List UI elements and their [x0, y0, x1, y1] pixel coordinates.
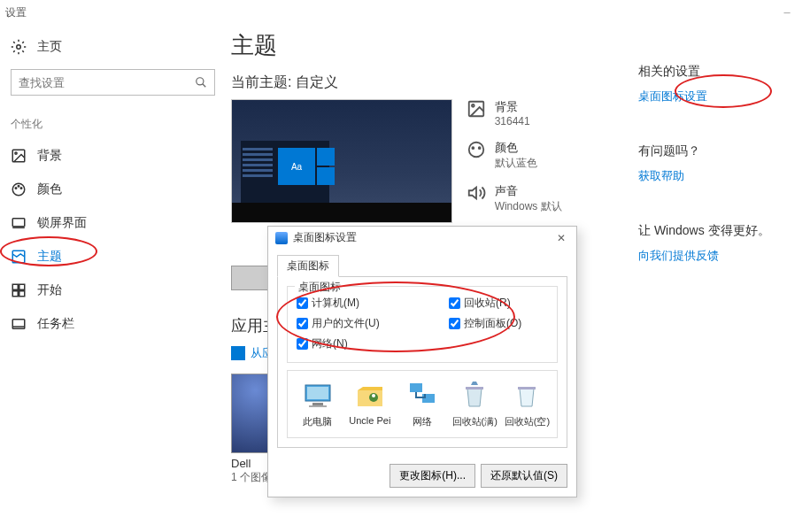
svg-line-2 — [203, 84, 206, 88]
dialog-icon — [275, 232, 288, 244]
svg-point-21 — [472, 147, 474, 149]
meta-sound[interactable]: 声音Windows 默认 — [467, 183, 562, 214]
sidebar-item-label: 主题 — [37, 249, 62, 265]
sidebar-item-background[interactable]: 背景 — [0, 139, 226, 173]
feedback-link[interactable]: 向我们提供反馈 — [638, 248, 796, 264]
theme-preview[interactable]: Aa — [231, 99, 452, 223]
sidebar-item-label: 开始 — [37, 282, 62, 298]
icon-preview-list: 此电脑 Uncle Pei 网络 回收站(满) 回收站(空) — [287, 370, 558, 438]
svg-point-30 — [372, 394, 375, 397]
home-label: 主页 — [37, 39, 62, 55]
tab-desktop-icons[interactable]: 桌面图标 — [277, 255, 339, 277]
sound-icon — [467, 183, 486, 203]
sidebar-item-start[interactable]: 开始 — [0, 274, 226, 307]
improve-header: 让 Windows 变得更好。 — [638, 223, 796, 239]
meta-background[interactable]: 背景316441 — [467, 99, 562, 127]
sidebar-item-label: 任务栏 — [37, 316, 74, 332]
svg-point-7 — [18, 186, 19, 188]
start-icon — [11, 282, 27, 298]
check-network[interactable]: 网络(N) — [297, 336, 396, 351]
taskbar-icon — [11, 316, 27, 332]
svg-marker-23 — [468, 188, 475, 199]
svg-rect-15 — [19, 291, 25, 297]
svg-point-4 — [15, 152, 17, 154]
icon-item-bin-full[interactable]: 回收站(满) — [451, 380, 499, 428]
svg-point-8 — [20, 188, 22, 189]
svg-rect-25 — [307, 387, 328, 399]
sidebar-section-label: 个性化 — [0, 104, 226, 139]
palette-icon — [11, 181, 27, 197]
icon-item-network[interactable]: 网络 — [397, 380, 446, 428]
dialog-titlebar[interactable]: 桌面图标设置 ✕ — [268, 227, 576, 249]
svg-point-0 — [17, 45, 21, 50]
check-computer[interactable]: 计算机(M) — [297, 296, 396, 311]
svg-rect-33 — [466, 387, 483, 389]
right-column: 相关的设置 桌面图标设置 有问题吗？ 获取帮助 让 Windows 变得更好。 … — [633, 25, 810, 532]
search-input[interactable] — [19, 76, 195, 89]
window-title: 设置 — [5, 5, 27, 20]
close-icon[interactable]: ✕ — [553, 232, 569, 244]
icon-item-this-pc[interactable]: 此电脑 — [293, 380, 342, 428]
svg-rect-27 — [309, 405, 327, 407]
sidebar-item-taskbar[interactable]: 任务栏 — [0, 307, 226, 341]
help-link[interactable]: 获取帮助 — [638, 168, 796, 184]
search-field[interactable] — [11, 69, 215, 96]
icon-item-user[interactable]: Uncle Pei — [345, 380, 394, 428]
theme-icon — [11, 249, 27, 265]
svg-rect-9 — [12, 219, 25, 227]
dialog-title: 桌面图标设置 — [293, 230, 357, 245]
palette-icon — [467, 140, 486, 159]
meta-color[interactable]: 颜色默认蓝色 — [467, 140, 562, 171]
svg-rect-13 — [19, 284, 25, 289]
window-titlebar: 设置 ─ — [0, 0, 810, 25]
search-icon — [195, 76, 207, 89]
store-icon — [231, 346, 245, 360]
svg-rect-34 — [518, 387, 536, 389]
sidebar-item-theme[interactable]: 主题 — [0, 240, 226, 274]
svg-rect-31 — [410, 383, 422, 392]
minimize-button[interactable]: ─ — [769, 8, 805, 18]
svg-rect-11 — [12, 251, 25, 263]
home-button[interactable]: 主页 — [0, 34, 226, 60]
check-controlpanel[interactable]: 控制面板(O) — [449, 316, 548, 331]
groupbox-legend: 桌面图标 — [295, 280, 344, 295]
svg-rect-12 — [12, 284, 18, 289]
icon-item-bin-empty[interactable]: 回收站(空) — [503, 380, 552, 428]
lock-icon — [11, 215, 27, 231]
desktop-icons-group: 桌面图标 计算机(M) 用户的文件(U) 网络(N) 回收站(R) 控制面板(O… — [287, 286, 558, 363]
settings-sidebar: 主页 个性化 背景 颜色 锁屏界面 主题 开始 — [0, 25, 226, 532]
desktop-icons-link[interactable]: 桌面图标设置 — [638, 89, 796, 104]
svg-point-6 — [15, 188, 17, 189]
picture-icon — [467, 99, 486, 119]
sidebar-item-color[interactable]: 颜色 — [0, 173, 226, 206]
page-title: 主题 — [231, 30, 606, 61]
image-icon — [11, 148, 27, 164]
svg-rect-14 — [12, 291, 18, 297]
sidebar-item-label: 锁屏界面 — [37, 215, 87, 231]
check-recycle[interactable]: 回收站(R) — [449, 296, 548, 311]
preview-tile-text: Aa — [278, 148, 315, 185]
related-settings-header: 相关的设置 — [638, 64, 796, 80]
restore-defaults-button[interactable]: 还原默认值(S) — [481, 464, 567, 488]
sidebar-item-label: 颜色 — [37, 181, 62, 197]
question-header: 有问题吗？ — [638, 143, 796, 159]
sidebar-item-lockscreen[interactable]: 锁屏界面 — [0, 206, 226, 240]
svg-point-22 — [478, 147, 480, 149]
current-theme-label: 当前主题: 自定义 — [231, 73, 606, 92]
sidebar-item-label: 背景 — [37, 148, 62, 164]
svg-point-19 — [472, 104, 474, 107]
gear-icon — [11, 39, 27, 55]
desktop-icons-dialog: 桌面图标设置 ✕ 桌面图标 桌面图标 计算机(M) 用户的文件(U) 网络(N)… — [267, 226, 577, 497]
svg-point-20 — [468, 143, 483, 158]
svg-point-1 — [197, 78, 204, 85]
check-userfiles[interactable]: 用户的文件(U) — [297, 316, 396, 331]
change-icon-button[interactable]: 更改图标(H)... — [390, 464, 475, 488]
svg-rect-26 — [312, 403, 323, 405]
